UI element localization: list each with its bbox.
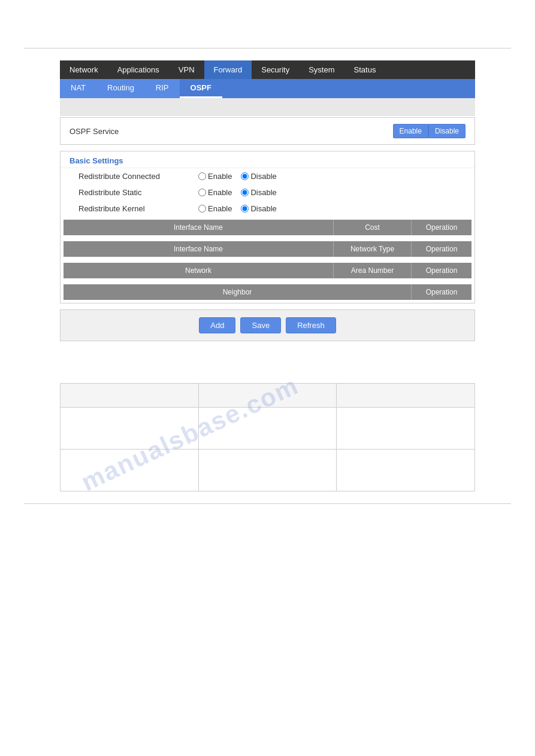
- neighbor-header-row: Neighbor Operation: [64, 284, 471, 300]
- th-operation-3: Operation: [412, 263, 471, 278]
- redistribute-connected-enable-radio[interactable]: [198, 172, 206, 180]
- th-area-number: Area Number: [334, 263, 412, 278]
- redistribute-kernel-radio-group: Enable Disable: [198, 204, 283, 213]
- redistribute-kernel-row: Redistribute Kernel Enable Disable: [61, 201, 474, 217]
- redistribute-static-enable-label[interactable]: Enable: [198, 188, 232, 197]
- tab-vpn[interactable]: VPN: [169, 60, 204, 79]
- subtab-routing[interactable]: Routing: [96, 79, 145, 98]
- bottom-cell-2-2: [198, 450, 337, 491]
- interface-networktype-header-row: Interface Name Network Type Operation: [64, 241, 471, 257]
- redistribute-kernel-enable-radio[interactable]: [198, 205, 206, 212]
- basic-settings-title: Basic Settings: [61, 151, 474, 168]
- add-button[interactable]: Add: [199, 317, 235, 333]
- redistribute-connected-row: Redistribute Connected Enable Disable: [61, 168, 474, 184]
- tab-security[interactable]: Security: [252, 60, 299, 79]
- basic-settings-section: Basic Settings Redistribute Connected En…: [60, 151, 475, 303]
- save-button[interactable]: Save: [240, 317, 281, 333]
- redistribute-connected-disable-label[interactable]: Disable: [241, 172, 276, 181]
- action-buttons-section: Add Save Refresh: [60, 309, 475, 341]
- bottom-row-1: [61, 408, 475, 450]
- top-nav: Network Applications VPN Forward Securit…: [60, 60, 475, 79]
- bottom-cell-1-3: [337, 408, 475, 450]
- th-interface-name-1: Interface Name: [64, 220, 334, 235]
- sub-nav: NAT Routing RIP OSPF: [60, 79, 475, 98]
- ospf-service-section: OSPF Service Enable Disable: [60, 117, 475, 145]
- tab-status[interactable]: Status: [344, 60, 386, 79]
- neighbor-table: Neighbor Operation: [61, 284, 474, 303]
- tab-network[interactable]: Network: [60, 60, 108, 79]
- subtab-ospf[interactable]: OSPF: [180, 79, 222, 98]
- bottom-th-3: [337, 384, 475, 408]
- th-neighbor: Neighbor: [64, 284, 412, 300]
- th-network-type: Network Type: [334, 241, 412, 257]
- redistribute-connected-label: Redistribute Connected: [78, 172, 198, 181]
- redistribute-connected-disable-radio[interactable]: [241, 172, 249, 180]
- bottom-divider: [24, 503, 511, 504]
- disable-button[interactable]: Disable: [428, 124, 466, 138]
- tab-system[interactable]: System: [299, 60, 344, 79]
- bottom-table-wrapper: [60, 383, 475, 491]
- redistribute-static-row: Redistribute Static Enable Disable: [61, 184, 474, 201]
- th-operation-1: Operation: [412, 220, 471, 235]
- filter-bar: [60, 98, 475, 116]
- th-interface-name-2: Interface Name: [64, 241, 334, 257]
- redistribute-static-disable-label[interactable]: Disable: [241, 188, 276, 197]
- redistribute-connected-enable-label[interactable]: Enable: [198, 172, 232, 181]
- subtab-rip[interactable]: RIP: [145, 79, 180, 98]
- redistribute-static-radio-group: Enable Disable: [198, 188, 283, 197]
- bottom-cell-1-2: [198, 408, 337, 450]
- subtab-nat[interactable]: NAT: [60, 79, 96, 98]
- bottom-cell-2-3: [337, 450, 475, 491]
- redistribute-kernel-label: Redistribute Kernel: [78, 204, 198, 213]
- th-operation-2: Operation: [412, 241, 471, 257]
- bottom-th-2: [198, 384, 337, 408]
- th-network: Network: [64, 263, 334, 278]
- th-cost: Cost: [334, 220, 412, 235]
- refresh-button[interactable]: Refresh: [286, 317, 336, 333]
- interface-networktype-table: Interface Name Network Type Operation: [61, 241, 474, 260]
- enable-button[interactable]: Enable: [393, 124, 428, 138]
- th-operation-4: Operation: [412, 284, 471, 300]
- ospf-service-label: OSPF Service: [69, 127, 393, 136]
- redistribute-connected-radio-group: Enable Disable: [198, 172, 283, 181]
- redistribute-static-label: Redistribute Static: [78, 188, 198, 197]
- redistribute-kernel-disable-label[interactable]: Disable: [241, 204, 276, 213]
- network-area-table: Network Area Number Operation: [61, 263, 474, 281]
- redistribute-static-disable-radio[interactable]: [241, 189, 249, 196]
- tab-applications[interactable]: Applications: [108, 60, 169, 79]
- interface-cost-table: Interface Name Cost Operation: [61, 220, 474, 238]
- redistribute-kernel-enable-label[interactable]: Enable: [198, 204, 232, 213]
- bottom-th-1: [61, 384, 199, 408]
- bottom-row-2: [61, 450, 475, 491]
- redistribute-static-enable-radio[interactable]: [198, 189, 206, 196]
- interface-cost-header-row: Interface Name Cost Operation: [64, 220, 471, 235]
- tab-forward[interactable]: Forward: [204, 60, 252, 79]
- bottom-cell-2-1: [61, 450, 199, 491]
- network-area-header-row: Network Area Number Operation: [64, 263, 471, 278]
- bottom-cell-1-1: [61, 408, 199, 450]
- bottom-table: [60, 383, 475, 491]
- redistribute-kernel-disable-radio[interactable]: [241, 205, 249, 212]
